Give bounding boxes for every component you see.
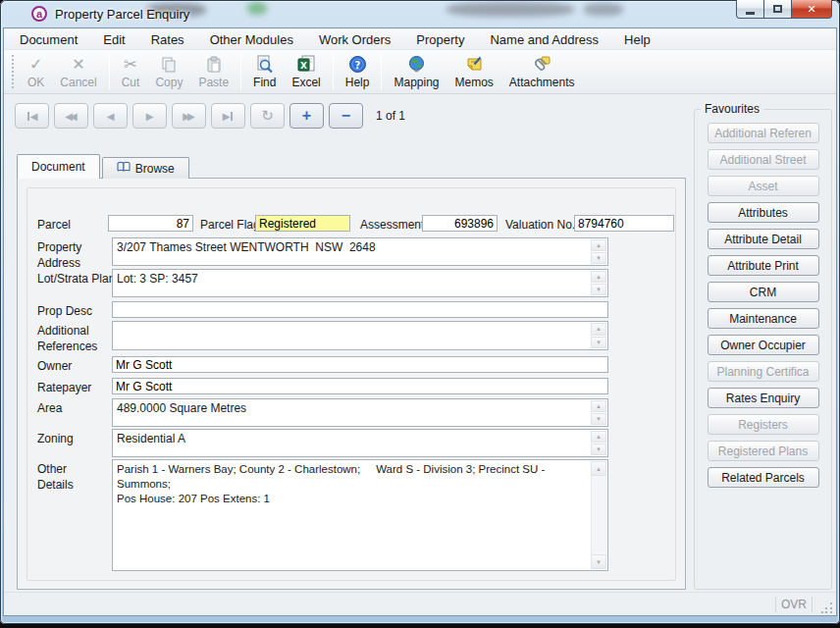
nav-first-button[interactable]: ◀ (15, 103, 49, 129)
window-title: Property Parcel Enquiry (55, 7, 189, 22)
copy-pages-icon (160, 54, 178, 75)
add-record-button[interactable]: + (289, 103, 324, 129)
tab-browse[interactable]: Browse (102, 157, 189, 179)
prop-desc-label: Prop Desc (37, 303, 92, 319)
area-field[interactable]: 489.0000 Square Metres ▲▼ (112, 398, 608, 427)
memo-note-icon (465, 54, 484, 75)
favourite-planning-certificate-button[interactable]: Planning Certifica (708, 361, 819, 382)
assessment-field[interactable] (422, 215, 498, 232)
tab-document[interactable]: Document (17, 154, 100, 179)
additional-references-field[interactable]: ▲▼ (112, 321, 608, 350)
parcel-flag-field[interactable] (255, 215, 350, 232)
nav-next-button[interactable]: ▶ (132, 103, 167, 129)
nav-last-button[interactable]: ▶ (211, 103, 245, 129)
toolbar-grip[interactable] (12, 55, 14, 88)
paperclip-icon (533, 54, 551, 75)
menu-rates[interactable]: Rates (138, 32, 197, 47)
assessment-label: Assessment (360, 217, 424, 233)
scroll-up-icon: ▲ (591, 431, 606, 443)
additional-references-label: AdditionalReferences (37, 323, 97, 354)
favourite-maintenance-button[interactable]: Maintenance (708, 308, 819, 329)
maximize-button[interactable] (764, 0, 791, 19)
ratepayer-label: Ratepayer (37, 380, 91, 395)
field-scrollbar[interactable]: ▲▼ (591, 461, 606, 569)
prop-desc-field[interactable] (112, 301, 608, 318)
field-scrollbar[interactable]: ▲▼ (591, 271, 606, 295)
nav-last-icon: ▶ (223, 111, 231, 122)
lot-strata-plan-field[interactable]: Lot: 3 SP: 3457 ▲▼ (112, 269, 608, 297)
favourite-related-parcels-button[interactable]: Related Parcels (708, 467, 819, 488)
menu-other-modules[interactable]: Other Modules (197, 32, 306, 47)
nav-next-icon: ▶ (146, 111, 154, 122)
ratepayer-field[interactable] (112, 378, 608, 394)
menu-property[interactable]: Property (403, 32, 477, 47)
paste-button[interactable]: Paste (190, 51, 236, 92)
resize-grip[interactable] (821, 602, 833, 613)
overtype-indicator: OVR (781, 598, 807, 611)
field-scrollbar[interactable]: ▲▼ (591, 400, 606, 425)
scissors-icon: ✂ (124, 54, 136, 75)
favourite-additional-street-button[interactable]: Additional Street (708, 149, 819, 170)
attachments-button[interactable]: Attachments (501, 51, 583, 92)
favourite-attribute-detail-button[interactable]: Attribute Detail (708, 229, 819, 249)
favourite-crm-button[interactable]: CRM (708, 282, 819, 302)
copy-button[interactable]: Copy (147, 51, 190, 92)
menu-document[interactable]: Document (7, 32, 90, 47)
menu-edit[interactable]: Edit (90, 32, 137, 47)
favourite-registered-plans-button[interactable]: Registered Plans (708, 441, 819, 461)
clipboard-icon (205, 54, 223, 75)
parcel-field[interactable] (108, 215, 193, 232)
favourite-rates-enquiry-button[interactable]: Rates Enquiry (708, 388, 819, 408)
help-button[interactable]: ? Help (338, 51, 378, 92)
owner-field[interactable] (112, 356, 608, 373)
scroll-down-icon: ▼ (591, 554, 606, 569)
favourite-owner-occupier-button[interactable]: Owner Occupier (708, 335, 819, 355)
magnifier-page-icon (255, 54, 274, 75)
toolbar-separator (109, 53, 110, 90)
nav-next-fast-button[interactable]: ▶▶ (172, 103, 206, 129)
favourite-registers-button[interactable]: Registers (708, 414, 819, 435)
delete-record-button[interactable]: − (329, 103, 363, 129)
svg-text:X: X (300, 61, 307, 71)
cancel-button[interactable]: ✕ Cancel (52, 51, 104, 92)
refresh-button[interactable]: ↻ (250, 103, 285, 129)
help-circle-icon: ? (348, 54, 367, 75)
favourites-groupbox: Favourites Additional Referen Additional… (694, 109, 832, 590)
find-button[interactable]: Find (245, 51, 284, 92)
parcel-label: Parcel (37, 217, 71, 233)
nav-prev-button[interactable]: ◀ (93, 103, 128, 129)
toolbar: ✓ OK ✕ Cancel ✂ Cut Copy (4, 49, 836, 94)
nav-prev-fast-button[interactable]: ◀◀ (54, 103, 88, 129)
field-scrollbar[interactable]: ▲▼ (591, 323, 606, 348)
favourite-additional-references-button[interactable]: Additional Referen (708, 123, 819, 143)
minus-icon: − (341, 107, 350, 125)
close-icon: ✕ (807, 3, 815, 16)
menu-name-and-address[interactable]: Name and Address (477, 32, 611, 47)
scroll-up-icon: ▲ (591, 461, 606, 476)
valuation-no-field[interactable] (574, 215, 674, 232)
field-scrollbar[interactable]: ▲▼ (591, 431, 606, 455)
property-address-field[interactable]: 3/207 Thames Street WENTWORTH NSW 2648 ▲… (112, 237, 608, 266)
scroll-up-icon: ▲ (591, 323, 606, 336)
title-bar[interactable]: a Property Parcel Enquiry ✕ (0, 0, 840, 27)
cut-button[interactable]: ✂ Cut (114, 51, 148, 92)
zoning-field[interactable]: Residential A ▲▼ (112, 429, 608, 457)
zoning-label: Zoning (37, 431, 74, 446)
ok-button[interactable]: ✓ OK (20, 51, 52, 92)
plus-icon: + (302, 107, 311, 125)
menu-work-orders[interactable]: Work Orders (306, 32, 403, 47)
mapping-button[interactable]: Mapping (386, 51, 446, 92)
parcel-details-panel: Parcel Parcel Flag Assessment Valuation … (26, 187, 676, 581)
menu-help[interactable]: Help (611, 32, 663, 47)
other-details-field[interactable]: Parish 1 - Warners Bay; County 2 - Charl… (112, 459, 608, 571)
parcel-flag-label: Parcel Flag (200, 217, 260, 233)
favourite-asset-button[interactable]: Asset (708, 176, 819, 196)
record-navigator: ◀ ◀◀ ◀ ▶ ▶▶ ▶ ↻ + − 1 of 1 (15, 103, 405, 129)
close-button[interactable]: ✕ (791, 0, 832, 19)
memos-button[interactable]: Memos (447, 51, 501, 92)
favourite-attribute-print-button[interactable]: Attribute Print (708, 255, 819, 276)
favourite-attributes-button[interactable]: Attributes (708, 202, 819, 223)
minimize-button[interactable] (736, 0, 764, 19)
excel-button[interactable]: X Excel (284, 51, 328, 92)
field-scrollbar[interactable]: ▲▼ (591, 239, 606, 264)
